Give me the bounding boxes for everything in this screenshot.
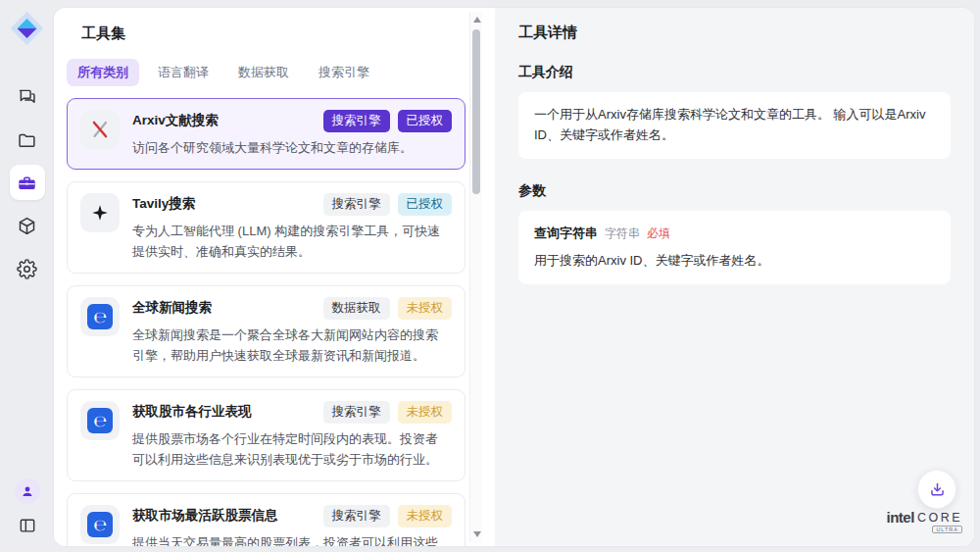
intel-wordmark: intel — [887, 509, 914, 526]
scroll-up-icon[interactable] — [473, 17, 481, 23]
category-tab-3[interactable]: 搜索引擎 — [308, 59, 380, 86]
blue-e-icon: ℮ — [80, 401, 120, 440]
category-badge: 搜索引擎 — [323, 505, 390, 527]
toolbox-icon[interactable] — [10, 165, 45, 200]
download-icon — [928, 480, 947, 499]
ultra-badge: ULTRA — [932, 526, 962, 533]
param-required-badge: 必填 — [647, 225, 670, 243]
detail-title: 工具详情 — [518, 24, 951, 42]
star-icon — [80, 193, 120, 232]
intro-heading: 工具介绍 — [518, 64, 951, 81]
category-badge: 数据获取 — [323, 297, 390, 320]
category-badge: 搜索引擎 — [323, 110, 390, 132]
category-tab-2[interactable]: 数据获取 — [227, 59, 300, 86]
category-tabs: 所有类别语言翻译数据获取搜索引擎 — [67, 59, 495, 86]
param-description: 用于搜索的Arxiv ID、关键字或作者姓名。 — [534, 251, 935, 272]
scroll-down-icon[interactable] — [473, 531, 481, 537]
category-badge: 搜索引擎 — [323, 193, 390, 216]
blue-e-icon: ℮ — [80, 505, 120, 544]
collapse-panel-icon[interactable] — [18, 516, 37, 538]
params-heading: 参数 — [518, 182, 951, 200]
param-name: 查询字符串 — [534, 224, 598, 244]
category-tab-0[interactable]: 所有类别 — [67, 59, 139, 86]
tool-description: 访问各个研究领域大量科学论文和文章的存储库。 — [132, 137, 448, 158]
intro-box: 一个用于从Arxiv存储库搜索科学论文和文章的工具。 输入可以是Arxiv ID… — [518, 92, 951, 159]
auth-status-badge: 已授权 — [398, 193, 453, 216]
gear-icon[interactable] — [10, 251, 45, 286]
scrollbar[interactable] — [469, 12, 482, 542]
arxiv-icon — [80, 110, 120, 149]
intel-core-logo: intel CORE ULTRA — [887, 509, 962, 533]
main-panel: 工具集 所有类别语言翻译数据获取搜索引擎 Arxiv文献搜索 搜索引擎 已授权 … — [54, 8, 974, 546]
param-type: 字符串 — [605, 225, 640, 243]
tool-card-3[interactable]: ℮ 获取股市各行业表现 搜索引擎 未授权 提供股票市场各个行业在特定时间段内的表… — [67, 389, 466, 481]
tool-card-4[interactable]: ℮ 获取市场最活跃股票信息 搜索引擎 未授权 提供当天交易量最高的股票列表，投资… — [67, 493, 466, 546]
tool-description: 提供股票市场各个行业在特定时间段内的表现。投资者可以利用这些信息来识别表现优于或… — [132, 428, 448, 470]
tool-description: 提供当天交易量最高的股票列表，投资者可以利用这些信息来识别流动性强的股票和潜在的… — [132, 532, 448, 546]
app-logo-icon — [11, 12, 44, 45]
tool-card-1[interactable]: Tavily搜索 搜索引擎 已授权 专为人工智能代理 (LLM) 构建的搜索引擎… — [67, 181, 466, 274]
category-tab-1[interactable]: 语言翻译 — [147, 59, 220, 86]
chat-icon[interactable] — [10, 78, 45, 114]
toolset-title: 工具集 — [81, 25, 495, 43]
tool-title: Arxiv文献搜索 — [132, 110, 219, 129]
tool-title: 获取市场最活跃股票信息 — [132, 505, 278, 525]
tool-card-0[interactable]: Arxiv文献搜索 搜索引擎 已授权 访问各个研究领域大量科学论文和文章的存储库… — [67, 98, 466, 170]
tool-card-2[interactable]: ℮ 全球新闻搜索 数据获取 未授权 全球新闻搜索是一个聚合全球各大新闻网站内容的… — [67, 285, 466, 377]
blue-e-icon: ℮ — [80, 297, 120, 336]
param-box: 查询字符串 字符串 必填 用于搜索的Arxiv ID、关键字或作者姓名。 — [518, 211, 951, 285]
toolset-panel: 工具集 所有类别语言翻译数据获取搜索引擎 Arxiv文献搜索 搜索引擎 已授权 … — [54, 8, 495, 546]
tool-title: 获取股市各行业表现 — [132, 401, 252, 421]
tool-title: Tavily搜索 — [132, 193, 195, 213]
intro-text: 一个用于从Arxiv存储库搜索科学论文和文章的工具。 输入可以是Arxiv ID… — [534, 107, 925, 142]
left-rail — [0, 0, 54, 552]
tool-detail-panel: 工具详情 工具介绍 一个用于从Arxiv存储库搜索科学论文和文章的工具。 输入可… — [495, 8, 974, 546]
tool-description: 专为人工智能代理 (LLM) 构建的搜索引擎工具，可快速提供实时、准确和真实的结… — [132, 221, 448, 262]
scrollbar-thumb[interactable] — [472, 29, 480, 194]
tool-title: 全球新闻搜索 — [132, 297, 212, 317]
auth-status-badge: 未授权 — [398, 297, 453, 320]
tool-list: Arxiv文献搜索 搜索引擎 已授权 访问各个研究领域大量科学论文和文章的存储库… — [54, 96, 495, 546]
auth-status-badge: 已授权 — [398, 110, 453, 132]
cube-icon[interactable] — [10, 208, 45, 243]
tool-description: 全球新闻搜索是一个聚合全球各大新闻网站内容的搜索引擎，帮助用户快速获取全球最新资… — [132, 325, 448, 366]
download-button[interactable] — [917, 470, 956, 509]
auth-status-badge: 未授权 — [398, 505, 453, 527]
user-avatar-icon[interactable] — [15, 478, 40, 504]
auth-status-badge: 未授权 — [398, 401, 453, 424]
core-wordmark: CORE — [917, 511, 962, 525]
folder-icon[interactable] — [10, 122, 45, 157]
category-badge: 搜索引擎 — [323, 401, 390, 424]
